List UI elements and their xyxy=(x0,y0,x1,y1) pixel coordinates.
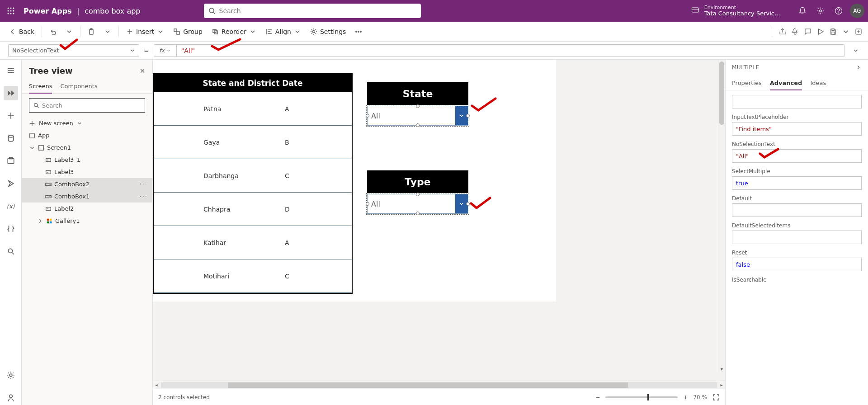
divider xyxy=(80,26,80,37)
gallery-row[interactable]: PatnaA xyxy=(154,92,352,126)
prop-value[interactable] xyxy=(732,231,862,244)
search-input[interactable] xyxy=(219,7,416,14)
scrollbar-thumb[interactable] xyxy=(228,382,628,388)
gallery-row[interactable]: GayaB xyxy=(154,126,352,159)
zoom-slider[interactable] xyxy=(605,396,678,398)
tab-advanced[interactable]: Advanced xyxy=(770,76,802,90)
tree-item-label: Gallery1 xyxy=(55,217,80,224)
gallery-row[interactable]: KatiharA xyxy=(154,226,352,259)
prop-value[interactable]: "Find items" xyxy=(732,122,862,136)
product-name[interactable]: Power Apps xyxy=(24,7,72,15)
group-button[interactable]: Group xyxy=(170,25,206,38)
user-avatar[interactable]: AG xyxy=(850,4,864,18)
back-button[interactable]: Back xyxy=(5,25,38,38)
tree-item-label3-1[interactable]: Label3_1 xyxy=(22,154,152,166)
rail-virtual-agent[interactable] xyxy=(4,391,18,405)
prop-value[interactable]: false xyxy=(732,258,862,271)
comments-icon[interactable] xyxy=(804,28,812,36)
scrollbar-thumb[interactable] xyxy=(719,61,724,125)
tab-properties[interactable]: Properties xyxy=(732,76,762,90)
new-screen-button[interactable]: New screen xyxy=(22,117,152,129)
scroll-left-arrow[interactable]: ◂ xyxy=(153,382,160,387)
help-icon[interactable] xyxy=(835,7,843,15)
tree-item-label2[interactable]: Label2 xyxy=(22,202,152,215)
reorder-button[interactable]: Reorder xyxy=(208,25,260,38)
rail-tree-view[interactable] xyxy=(4,86,18,100)
fit-to-window-button[interactable] xyxy=(712,394,720,401)
tree-item-combobox2[interactable]: ComboBox2 ··· xyxy=(22,178,152,190)
gallery-cell-type: A xyxy=(285,239,289,246)
align-button[interactable]: Align xyxy=(262,25,305,38)
settings-button[interactable]: Settings xyxy=(307,25,349,38)
rail-advanced-tools[interactable] xyxy=(4,221,18,236)
state-label[interactable]: State xyxy=(367,82,468,105)
scroll-right-arrow[interactable]: ▸ xyxy=(718,382,725,387)
gallery-row[interactable]: DarbhangaC xyxy=(154,159,352,193)
undo-dropdown[interactable] xyxy=(62,25,76,38)
publish-icon[interactable] xyxy=(854,28,863,36)
formula-input[interactable]: "All" xyxy=(177,47,844,54)
gallery-row[interactable]: MotihariC xyxy=(154,259,352,293)
gallery-control[interactable]: State and District Date PatnaAGayaBDarbh… xyxy=(153,73,353,294)
combobox-text: All xyxy=(368,200,455,208)
app-checker-icon[interactable] xyxy=(791,28,799,36)
rail-data[interactable] xyxy=(4,131,18,146)
rail-media[interactable] xyxy=(4,154,18,168)
tree-search-input[interactable] xyxy=(42,102,141,109)
undo-button[interactable] xyxy=(46,25,60,38)
save-dropdown-icon[interactable] xyxy=(842,28,850,36)
insert-button[interactable]: Insert xyxy=(123,25,168,38)
horizontal-scrollbar[interactable]: ◂ ▸ xyxy=(153,381,725,389)
settings-icon[interactable] xyxy=(816,7,825,15)
property-select[interactable]: NoSelectionText xyxy=(8,44,139,57)
overflow-button[interactable] xyxy=(351,25,366,38)
zoom-in-button[interactable]: + xyxy=(683,394,688,400)
prop-value[interactable]: "All" xyxy=(732,149,862,163)
design-canvas[interactable]: State and District Date PatnaAGayaBDarbh… xyxy=(153,60,556,301)
tree-item-gallery1[interactable]: Gallery1 xyxy=(22,215,152,227)
tree-item-combobox1[interactable]: ComboBox1 ··· xyxy=(22,190,152,202)
notifications-icon[interactable] xyxy=(798,7,807,15)
gallery-row[interactable]: ChhapraD xyxy=(154,193,352,226)
share-icon[interactable] xyxy=(778,28,787,36)
tab-ideas[interactable]: Ideas xyxy=(810,76,826,90)
prop-value[interactable] xyxy=(732,203,862,217)
state-label-text: State xyxy=(403,88,433,99)
save-icon[interactable] xyxy=(829,28,837,36)
more-button[interactable]: ··· xyxy=(140,181,148,188)
vertical-scrollbar[interactable]: ▴ ▾ xyxy=(718,60,725,372)
preview-icon[interactable] xyxy=(816,28,825,36)
rail-insert[interactable] xyxy=(4,108,18,123)
state-combobox[interactable]: All xyxy=(367,106,468,126)
chevron-right-icon[interactable] xyxy=(855,64,862,71)
rail-settings[interactable] xyxy=(4,368,18,382)
paste-dropdown[interactable] xyxy=(100,25,115,38)
global-search[interactable] xyxy=(204,4,421,18)
app-launcher-button[interactable] xyxy=(4,4,18,18)
close-panel-button[interactable]: ✕ xyxy=(140,67,145,75)
prop-value[interactable]: true xyxy=(732,176,862,190)
tree-item-screen1[interactable]: Screen1 xyxy=(22,141,152,154)
rail-power-automate[interactable] xyxy=(4,176,18,191)
environment-picker[interactable]: Environment Tata Consultancy Servic… xyxy=(704,5,780,17)
zoom-out-button[interactable]: − xyxy=(595,394,600,400)
rail-search[interactable] xyxy=(4,244,18,259)
type-combobox[interactable]: All xyxy=(367,194,468,214)
tree-item-app[interactable]: App xyxy=(22,129,152,141)
tab-screens[interactable]: Screens xyxy=(29,79,52,93)
align-label: Align xyxy=(275,28,291,35)
type-label[interactable]: Type xyxy=(367,170,468,193)
fx-label[interactable]: fx xyxy=(154,45,177,57)
app-name[interactable]: combo box app xyxy=(85,7,140,15)
expand-formula-button[interactable] xyxy=(849,47,863,54)
scroll-down-arrow[interactable]: ▾ xyxy=(718,365,725,372)
tree-search[interactable] xyxy=(29,98,145,113)
prop-value[interactable] xyxy=(732,95,862,108)
rail-hamburger[interactable] xyxy=(4,63,18,78)
tree-item-label3[interactable]: Label3 xyxy=(22,166,152,178)
rail-variables[interactable]: (x) xyxy=(4,199,18,213)
back-label: Back xyxy=(19,28,34,35)
paste-button[interactable] xyxy=(84,25,99,38)
more-button[interactable]: ··· xyxy=(140,193,148,200)
tab-components[interactable]: Components xyxy=(60,79,97,93)
